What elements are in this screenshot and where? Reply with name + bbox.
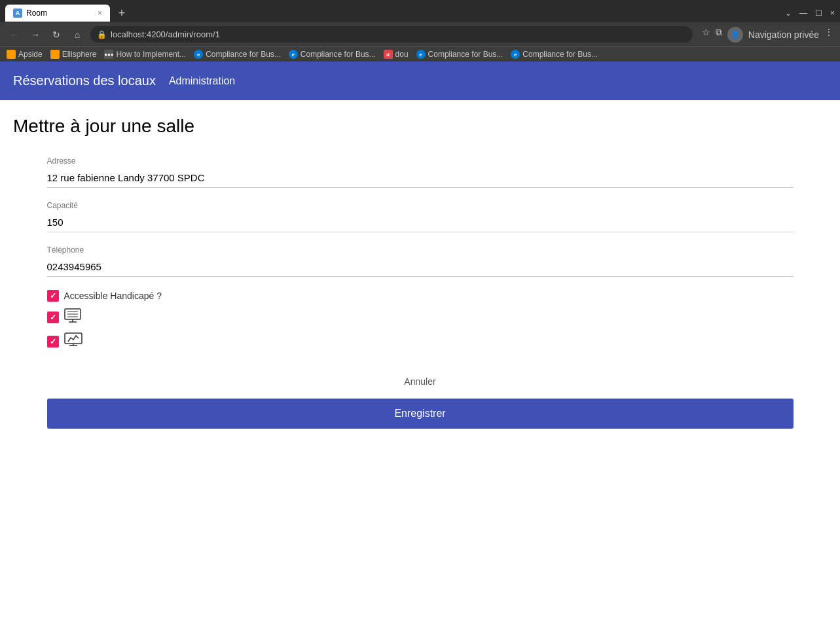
accessible-label: Accessible Handicapé ?: [64, 291, 162, 301]
bookmark-how-to[interactable]: ●●● How to Implement...: [104, 50, 186, 59]
bookmark-ellisphere[interactable]: Ellisphere: [50, 50, 97, 59]
ellisphere-favicon: [50, 50, 60, 59]
address-bar[interactable]: 🔒 localhost:4200/admin/room/1: [90, 26, 693, 43]
compliance1-label: Compliance for Bus...: [206, 50, 281, 59]
app-header: Réservations des locaux Administration: [0, 62, 840, 100]
telephone-label: Téléphone: [47, 245, 794, 255]
bookmarks-bar: Apside Ellisphere ●●● How to Implement..…: [0, 46, 840, 62]
back-button[interactable]: ←: [7, 27, 22, 43]
tab-favicon: A: [13, 9, 22, 18]
app-title: Réservations des locaux: [13, 73, 156, 88]
compliance4-favicon: e: [511, 50, 520, 59]
projector-checkbox-group: [47, 308, 794, 326]
page-title: Mettre à jour une salle: [13, 116, 827, 137]
svg-rect-6: [65, 333, 82, 344]
window-controls: ⌄ — ☐ ×: [785, 9, 835, 18]
active-tab[interactable]: A Room ×: [5, 5, 110, 22]
telephone-input[interactable]: [47, 257, 794, 277]
bookmark-compliance1[interactable]: e Compliance for Bus...: [194, 50, 281, 59]
browser-toolbar: ← → ↻ ⌂ 🔒 localhost:4200/admin/room/1 ☆ …: [0, 22, 840, 46]
split-view-icon[interactable]: ⧉: [716, 27, 722, 43]
capacite-input[interactable]: [47, 213, 794, 232]
dou-label: dou: [395, 50, 409, 59]
menu-icon[interactable]: ⋮: [824, 27, 833, 43]
capacite-field-group: Capacité: [47, 201, 794, 232]
compliance4-label: Compliance for Bus...: [522, 50, 598, 59]
bookmark-compliance4[interactable]: e Compliance for Bus...: [511, 50, 598, 59]
enregistrer-button[interactable]: Enregistrer: [47, 399, 794, 429]
capacite-label: Capacité: [47, 201, 794, 210]
main-content: Mettre à jour une salle Adresse Capacité…: [0, 100, 840, 444]
private-label: Navigation privée: [748, 27, 819, 43]
browser-chrome: A Room × + ⌄ — ☐ × ← → ↻ ⌂ 🔒 localhost:4…: [0, 0, 840, 62]
screen-checkbox[interactable]: [47, 336, 59, 348]
bookmark-star-icon[interactable]: ☆: [702, 27, 710, 43]
lock-icon: 🔒: [97, 30, 107, 39]
how-to-label: How to Implement...: [116, 50, 186, 59]
tab-title: Room: [26, 9, 94, 18]
compliance3-label: Compliance for Bus...: [428, 50, 503, 59]
maximize-button[interactable]: ☐: [815, 9, 822, 18]
bookmark-compliance2[interactable]: e Compliance for Bus...: [289, 50, 376, 59]
tab-bar: A Room × + ⌄ — ☐ ×: [0, 0, 840, 22]
url-text: localhost:4200/admin/room/1: [111, 29, 220, 39]
accessible-checkbox[interactable]: [47, 290, 59, 302]
compliance2-label: Compliance for Bus...: [301, 50, 376, 59]
projector-checkbox[interactable]: [47, 312, 59, 323]
compliance1-favicon: e: [194, 50, 203, 59]
dou-favicon: d: [384, 50, 393, 59]
annuler-button[interactable]: Annuler: [384, 370, 455, 393]
tab-close-button[interactable]: ×: [98, 9, 102, 18]
bookmark-compliance3[interactable]: e Compliance for Bus...: [416, 50, 503, 59]
toolbar-actions: ☆ ⧉ 👤 Navigation privée ⋮: [702, 27, 833, 43]
compliance3-favicon: e: [416, 50, 426, 59]
accessible-checkbox-group: Accessible Handicapé ?: [47, 290, 794, 302]
reload-button[interactable]: ↻: [48, 27, 64, 43]
how-to-favicon: ●●●: [104, 50, 113, 59]
adresse-field-group: Adresse: [47, 156, 794, 188]
tab-scroll-left[interactable]: ⌄: [785, 9, 792, 18]
bookmark-dou[interactable]: d dou: [384, 50, 409, 59]
apside-favicon: [7, 50, 16, 59]
screen-icon: [64, 332, 82, 350]
adresse-label: Adresse: [47, 156, 794, 166]
ellisphere-label: Ellisphere: [62, 50, 97, 59]
compliance2-favicon: e: [289, 50, 298, 59]
window-close-button[interactable]: ×: [830, 9, 835, 18]
apside-label: Apside: [18, 50, 43, 59]
screen-checkbox-group: [47, 332, 794, 350]
adresse-input[interactable]: [47, 168, 794, 188]
new-tab-button[interactable]: +: [113, 4, 131, 22]
form-actions: Annuler Enregistrer: [47, 370, 794, 429]
minimize-button[interactable]: —: [799, 9, 807, 18]
telephone-field-group: Téléphone: [47, 245, 794, 277]
bookmark-apside[interactable]: Apside: [7, 50, 43, 59]
projector-icon: [64, 308, 81, 326]
home-button[interactable]: ⌂: [69, 27, 85, 43]
private-mode-icon: 👤: [727, 27, 743, 43]
forward-button[interactable]: →: [27, 27, 43, 43]
admin-label: Administration: [169, 75, 235, 87]
